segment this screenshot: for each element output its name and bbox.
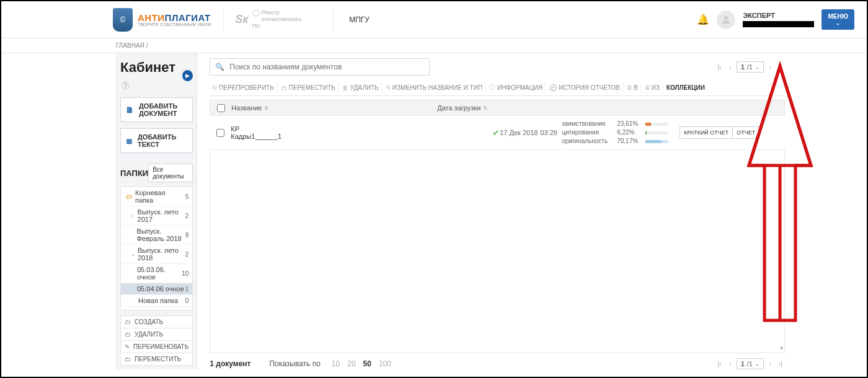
cert-line1: Реестр	[252, 9, 303, 16]
folder-tree: 🗁Корневая папка 5 ›Выпуск. лето 2017 2 В…	[120, 187, 193, 310]
delete-button[interactable]: 🗑УДАЛИТЬ	[340, 83, 382, 92]
page-next-button[interactable]: ›	[766, 359, 774, 369]
folder-item-active[interactable]: 05.04.06 очное 1	[121, 283, 192, 295]
folder-plus-icon: 🗀	[125, 319, 131, 325]
folders-heading: ПАПКИ	[120, 169, 148, 178]
sk-icon: Sк	[235, 13, 248, 26]
refresh-icon: ↻	[212, 84, 217, 91]
to-collection-button[interactable]: ≣В	[624, 83, 641, 92]
bell-icon[interactable]: 🔔	[697, 14, 709, 25]
add-document-button[interactable]: 🗎 ДОБАВИТЬ ДОКУМЕНТ	[120, 97, 193, 122]
page-first-button[interactable]: |‹	[715, 62, 724, 72]
stack-icon: ≣	[645, 84, 650, 91]
brand-part1: АНТИ	[138, 12, 165, 23]
page-select[interactable]: 1/1 ⌄	[737, 358, 764, 369]
from-collection-button[interactable]: ≣ИЗ	[642, 83, 663, 92]
add-document-label: ДОБАВИТЬ ДОКУМЕНТ	[139, 102, 187, 117]
user-name-redacted	[743, 21, 814, 27]
page-prev-button[interactable]: ‹	[727, 359, 734, 369]
cert-block: Sк Реестр отечественного ПО	[223, 9, 302, 29]
brand-part2: ПЛАГИАТ	[165, 12, 211, 23]
page-last-button[interactable]: ›|	[776, 359, 786, 369]
sort-icon: ⇅	[483, 105, 487, 111]
info-button[interactable]: ⓘИНФОРМАЦИЯ	[487, 82, 546, 93]
text-add-icon: ≣	[126, 136, 133, 146]
row-checkbox[interactable]	[216, 129, 224, 137]
rename-folder-button[interactable]: ✎ПЕРЕИМЕНОВАТЬ	[120, 341, 193, 353]
sort-icon: ⇅	[264, 105, 268, 111]
per-page-100[interactable]: 100	[379, 359, 391, 368]
chevron-down-icon: ⌄	[755, 361, 760, 367]
check-ok-icon: ✔	[492, 128, 500, 138]
document-count: 1 документ	[210, 359, 250, 368]
folder-item[interactable]: ›Выпуск. лето 2017 2	[121, 206, 192, 226]
shield-icon: ©	[113, 8, 133, 32]
folder-item[interactable]: 05.03.06. очное 10	[121, 264, 192, 283]
document-row: КР Кадры1______1 ✔ 17 Дек 2018 03:28 заи…	[210, 116, 785, 150]
page-first-button[interactable]: |‹	[715, 359, 724, 369]
scrollbar-end-icon[interactable]: ▾	[780, 345, 783, 351]
column-date[interactable]: Дата загрузки⇅	[437, 104, 555, 112]
avatar[interactable]	[717, 11, 735, 29]
page-next-button[interactable]: ›	[766, 62, 774, 72]
user-icon	[720, 14, 732, 25]
folder-item[interactable]: ⌄Выпуск. лето 2018 2	[121, 245, 192, 264]
create-folder-button[interactable]: 🗀СОЗДАТЬ	[120, 315, 193, 328]
sidebar: Кабинет? ▶ 🗎 ДОБАВИТЬ ДОКУМЕНТ ≣ ДОБАВИТ…	[116, 53, 197, 369]
play-icon[interactable]: ▶	[182, 70, 193, 81]
cert-line2: отечественного ПО	[252, 16, 303, 30]
help-icon[interactable]: ?	[122, 82, 129, 89]
history-button[interactable]: 🕘ИСТОРИЯ ОТЧЕТОВ	[547, 83, 623, 92]
document-name[interactable]: КР Кадры1______1	[231, 125, 281, 140]
add-text-button[interactable]: ≣ ДОБАВИТЬ ТЕКСТ	[120, 128, 193, 153]
add-text-label: ДОБАВИТЬ ТЕКСТ	[138, 133, 187, 148]
menu-label: МЕНЮ	[828, 13, 848, 20]
move-button[interactable]: 🗀ПЕРЕМЕСТИТЬ	[278, 83, 339, 92]
main-panel: 🔍 |‹ ‹ 1/1 ⌄ › ›| ↻ПЕРЕПРОВЕРИТЬ 🗀ПЕРЕМЕ…	[210, 53, 785, 369]
show-by-label: Показывать по	[269, 359, 320, 368]
page-last-button[interactable]: ›|	[776, 62, 786, 72]
folder-root[interactable]: 🗁Корневая папка 5	[121, 187, 192, 206]
recheck-button[interactable]: ↻ПЕРЕПРОВЕРИТЬ	[210, 83, 277, 92]
chevron-down-icon: ⌄	[755, 64, 760, 70]
page-select[interactable]: 1/1 ⌄	[737, 61, 764, 73]
svg-point-0	[253, 10, 259, 16]
collections-label: КОЛЛЕКЦИИ	[664, 83, 707, 92]
per-page-20[interactable]: 20	[347, 359, 355, 368]
search-icon[interactable]: 🔍	[210, 63, 229, 71]
table-header: Название⇅ Дата загрузки⇅	[210, 100, 785, 116]
toolbar: ↻ПЕРЕПРОВЕРИТЬ 🗀ПЕРЕМЕСТИТЬ 🗑УДАЛИТЬ ✎ИЗ…	[210, 82, 785, 96]
folder-move-icon: 🗀	[125, 356, 131, 363]
table-body-empty: ▾	[210, 150, 785, 353]
folder-item[interactable]: Выпуск. Февраль 2018 9	[121, 226, 192, 245]
pager-top: |‹ ‹ 1/1 ⌄ › ›|	[715, 61, 785, 73]
edit-icon: ✎	[386, 84, 391, 91]
select-all-checkbox[interactable]	[217, 104, 225, 112]
chevron-down-icon: ⌄	[131, 252, 135, 257]
document-add-icon: 🗎	[126, 105, 134, 115]
pencil-icon: ✎	[125, 343, 130, 350]
short-report-button[interactable]: КРАТКИЙ ОТЧЕТ	[680, 126, 733, 139]
svg-point-1	[724, 16, 728, 20]
chevron-down-icon: ⌄	[828, 20, 848, 27]
rename-button[interactable]: ✎ИЗМЕНИТЬ НАЗВАНИЕ И ТИП	[383, 83, 485, 92]
stats-block: заимствования23,61% цитирования6,22% ори…	[562, 120, 680, 146]
per-page-50[interactable]: 50	[363, 359, 371, 368]
per-page-10[interactable]: 10	[332, 359, 340, 368]
delete-folder-button[interactable]: 🗀УДАЛИТЬ	[120, 328, 193, 341]
report-button[interactable]: ОТЧЕТ	[733, 126, 760, 139]
menu-button[interactable]: МЕНЮ ⌄	[822, 9, 854, 30]
folder-minus-icon: 🗀	[125, 331, 131, 338]
trash-icon: 🗑	[342, 84, 348, 91]
pager-bottom: |‹ ‹ 1/1 ⌄ › ›|	[715, 358, 785, 369]
clock-icon: 🕘	[549, 84, 557, 91]
breadcrumb[interactable]: ГЛАВНАЯ /	[1, 38, 867, 53]
folder-item[interactable]: Новая папка 0	[121, 295, 192, 307]
page-prev-button[interactable]: ‹	[727, 62, 734, 72]
logo[interactable]: © АНТИПЛАГИАТ ТВОРИТЕ СОБСТВЕННЫМ УМОМ	[113, 8, 211, 32]
info-icon: ⓘ	[489, 83, 495, 92]
move-folder-button[interactable]: 🗀ПЕРЕМЕСТИТЬ	[120, 353, 193, 366]
all-documents-button[interactable]: Все документы	[148, 164, 193, 182]
column-name[interactable]: Название⇅	[231, 104, 437, 112]
search-input[interactable]	[229, 63, 429, 71]
